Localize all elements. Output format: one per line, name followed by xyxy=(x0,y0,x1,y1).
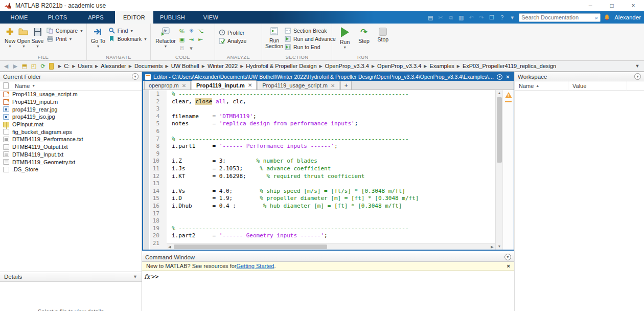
file-name[interactable]: Prop4119_input.m xyxy=(12,99,58,105)
breadcrumb-item[interactable]: Hydrofoil & Propeller Design xyxy=(246,63,316,69)
file-row[interactable]: DTMB4119_Performance.txt xyxy=(0,136,142,143)
smart-indent-icon[interactable]: ▣ xyxy=(177,35,187,44)
breadcrumb-item[interactable]: Alexander xyxy=(101,63,126,69)
code-line[interactable]: 17 xyxy=(143,210,495,218)
scroll-right-icon[interactable]: ▶ xyxy=(489,243,495,250)
code-line[interactable]: 16i.Dhub = 0.4 ; % hub diameter [m] = [f… xyxy=(143,203,495,210)
current-folder-menu-icon[interactable]: ▾ xyxy=(132,73,139,80)
back-icon[interactable]: ◀ xyxy=(2,63,10,70)
vertical-scroll-thumb[interactable] xyxy=(497,97,502,163)
code-line[interactable]: 10i.Z = 3; % number of blades xyxy=(143,158,495,165)
editor-title-bar[interactable]: Editor - C:\Users\Alexander\Documents\UW… xyxy=(143,73,514,81)
refactor-button[interactable]: fx Refactor▼ xyxy=(154,25,177,48)
save-button[interactable]: Save▼ xyxy=(31,25,44,48)
breadcrumb-item[interactable]: Winter 2022 xyxy=(208,63,238,69)
qa-undo-icon[interactable]: ↶ xyxy=(468,14,475,21)
code-line[interactable]: 15i.D = 1.9; % propeller diameter [m] = … xyxy=(143,195,495,203)
code-line[interactable]: 11i.Js = 2.1053; % advance coefficient xyxy=(143,165,495,173)
tab-close-icon[interactable]: ✕ xyxy=(331,83,335,88)
editor-menu-icon[interactable]: ▾ xyxy=(497,74,502,80)
tab-prop4119-usage-script[interactable]: Prop4119_usage_script.m✕ xyxy=(258,81,339,90)
tab-prop4119-input[interactable]: Prop4119_input.m✕ xyxy=(192,80,257,90)
file-name[interactable]: Prop4119_usage_script.m xyxy=(12,91,78,97)
file-name[interactable]: OPinput.mat xyxy=(12,121,43,127)
qa-cut-icon[interactable]: ✂ xyxy=(437,14,444,21)
breadcrumb-item[interactable]: ExP03_Propeller4119_replica_design xyxy=(463,63,556,69)
find-button[interactable]: Find▼ xyxy=(108,27,147,34)
code-line[interactable]: 19% ------------------------------------… xyxy=(143,225,495,233)
breadcrumb-item[interactable]: OpenProp_v3.3.4 xyxy=(325,63,369,69)
panel-splitter[interactable] xyxy=(514,72,515,311)
tab-close-icon[interactable]: ✕ xyxy=(182,83,186,88)
file-name[interactable]: fig_bucket_diagram.eps xyxy=(12,129,72,135)
run-to-end-button[interactable]: Run to End xyxy=(284,43,336,50)
command-prompt[interactable]: >> xyxy=(151,273,158,280)
file-name[interactable]: DTMB4119_Output.txt xyxy=(12,144,68,150)
scroll-down-icon[interactable]: ▼ xyxy=(496,243,503,250)
print-button[interactable]: Print▼ xyxy=(47,35,83,42)
bookmark-button[interactable]: Bookmark▼ xyxy=(108,35,147,42)
workspace-name-column[interactable]: Name▲ xyxy=(515,81,568,91)
code-line[interactable]: 8i.part1 = '------ Performance inputs --… xyxy=(143,143,495,150)
breadcrumb-item[interactable]: Users xyxy=(78,63,93,69)
forward-icon[interactable]: ▶ xyxy=(11,63,19,70)
file-row[interactable]: OPinput.mat xyxy=(0,121,142,128)
code-lines[interactable]: 1% -------------------------------------… xyxy=(143,91,495,247)
maximize-button[interactable]: □ xyxy=(601,0,623,11)
qa-copy-icon[interactable]: ⧉ xyxy=(447,14,454,21)
editor-vertical-scrollbar[interactable]: ▲ ▼ xyxy=(495,90,502,250)
file-name[interactable]: .DS_Store xyxy=(12,166,38,172)
file-row[interactable]: fig_bucket_diagram.eps xyxy=(0,128,142,136)
workspace-menu-icon[interactable]: ▾ xyxy=(634,73,641,80)
code-area[interactable]: 1% -------------------------------------… xyxy=(143,90,514,250)
code-line[interactable]: 2clear, close all, clc, xyxy=(143,98,495,106)
code-line[interactable]: 5notes = 'replica design from performanc… xyxy=(143,120,495,128)
code-line[interactable]: 18 xyxy=(143,217,495,225)
code-line[interactable]: 6 xyxy=(143,128,495,136)
run-section-button[interactable]: Run Section xyxy=(265,25,283,49)
workspace-value-column[interactable]: Value xyxy=(568,81,627,91)
indent-left-icon[interactable]: ⇤ xyxy=(196,35,205,44)
scroll-left-icon[interactable]: ◀ xyxy=(167,243,173,250)
warning-triangle-icon[interactable] xyxy=(505,92,512,98)
tab-home[interactable]: HOME xyxy=(0,11,38,24)
comment-note-icon[interactable]: ⌥ xyxy=(196,27,205,35)
browse-folder-icon[interactable]: ◰ xyxy=(30,63,38,70)
open-button[interactable]: Open▼ xyxy=(17,25,31,48)
file-row[interactable]: prop4119_rear.jpg xyxy=(0,105,142,113)
new-tab-button[interactable]: + xyxy=(340,81,352,90)
details-collapse-icon[interactable]: ▼ xyxy=(133,274,137,279)
code-line[interactable]: 1% -------------------------------------… xyxy=(143,91,495,98)
code-line[interactable]: 9 xyxy=(143,150,495,158)
banner-close-icon[interactable]: × xyxy=(507,263,510,269)
code-line[interactable]: 3 xyxy=(143,105,495,113)
user-name[interactable]: Alexander xyxy=(614,14,641,20)
breadcrumb-item[interactable]: Examples xyxy=(429,63,454,69)
qa-help-icon[interactable]: ? xyxy=(498,14,505,20)
code-line[interactable]: 14i.Vs = 4.0; % ship speed [m/s] = [ft/s… xyxy=(143,188,495,195)
new-button[interactable]: ✚ New▼ xyxy=(3,25,17,48)
file-row[interactable]: DTMB4119_Geometry.txt xyxy=(0,158,142,166)
wrap-lines-icon[interactable]: ⍐ xyxy=(177,44,187,53)
compare-button[interactable]: Compare▼ xyxy=(47,27,83,34)
getting-started-link[interactable]: Getting Started xyxy=(236,263,274,269)
command-prompt-row[interactable]: fx >> xyxy=(142,271,514,283)
tab-publish[interactable]: PUBLISH xyxy=(153,11,192,24)
code-line[interactable]: 13 xyxy=(143,180,495,188)
profiler-button[interactable]: Profiler xyxy=(218,29,259,36)
up-level-icon[interactable]: ⬒ xyxy=(20,63,29,70)
file-name[interactable]: prop4119_rear.jpg xyxy=(12,106,57,113)
file-row[interactable]: DTMB4119_Output.txt xyxy=(0,143,142,151)
tab-close-icon[interactable]: ✕ xyxy=(248,82,252,88)
tab-editor[interactable]: EDITOR xyxy=(115,11,153,24)
qa-dock-icon[interactable]: ❐ xyxy=(488,14,495,21)
tab-apps[interactable]: APPS xyxy=(77,11,115,24)
file-row[interactable]: Prop4119_input.m xyxy=(0,98,142,106)
qa-redo-icon[interactable]: ↷ xyxy=(478,14,485,21)
breadcrumb-item[interactable]: C: xyxy=(64,63,70,69)
step-button[interactable]: ↷ Step xyxy=(356,25,371,44)
file-row[interactable]: DTMB4119_Input.txt xyxy=(0,151,142,159)
breadcrumb-item[interactable]: OpenProp_v3.3.4 xyxy=(377,63,421,69)
search-documentation-box[interactable]: ⌕ xyxy=(519,13,601,22)
indent-right-icon[interactable]: ⇥ xyxy=(187,35,196,44)
